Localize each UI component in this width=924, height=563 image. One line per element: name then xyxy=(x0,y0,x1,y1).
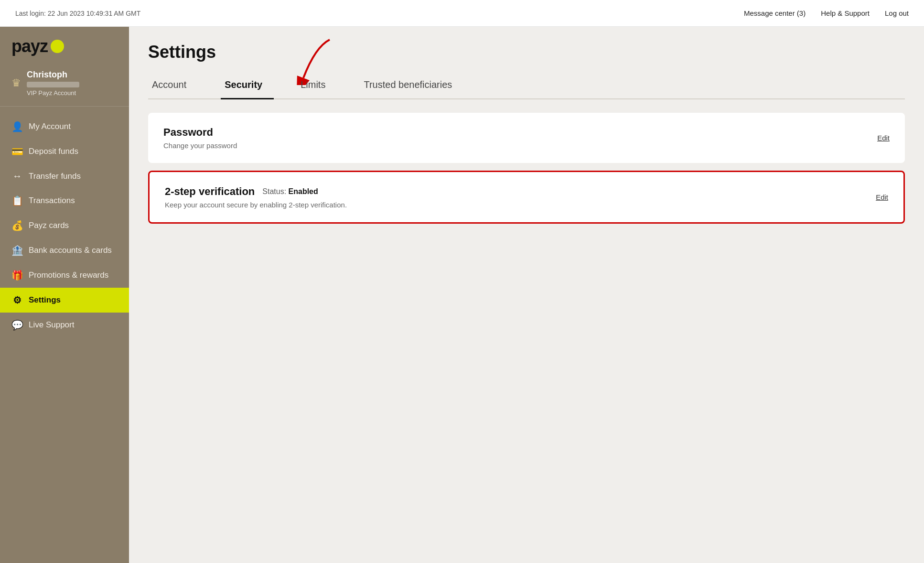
my-account-icon: 👤 xyxy=(11,121,23,132)
nav-menu: 👤My Account💳Deposit funds↔Transfer funds… xyxy=(0,107,129,563)
sidebar-item-label-promotions-rewards: Promotions & rewards xyxy=(29,271,108,280)
tab-trusted-beneficiaries[interactable]: Trusted beneficiaries xyxy=(360,76,463,99)
sidebar-item-transactions[interactable]: 📋Transactions xyxy=(0,188,129,213)
sidebar-item-label-bank-accounts-cards: Bank accounts & cards xyxy=(29,246,112,255)
card-desc-password: Change your password xyxy=(163,141,237,150)
message-center-link[interactable]: Message center (3) xyxy=(744,9,806,17)
settings-card-two-step-verification: 2-step verificationStatus: EnabledKeep y… xyxy=(148,171,905,224)
sidebar-item-payz-cards[interactable]: 💰Payz cards xyxy=(0,213,129,238)
sidebar-item-label-transfer-funds: Transfer funds xyxy=(29,172,81,181)
sidebar-item-label-live-support: Live Support xyxy=(29,320,74,330)
main-layout: payz ♛ Christoph VIP Payz Account 👤My Ac… xyxy=(0,27,924,563)
logo-dot xyxy=(51,40,64,53)
edit-link-password[interactable]: Edit xyxy=(877,134,890,142)
sidebar: payz ♛ Christoph VIP Payz Account 👤My Ac… xyxy=(0,27,129,563)
sidebar-item-label-deposit-funds: Deposit funds xyxy=(29,147,78,156)
sidebar-item-promotions-rewards[interactable]: 🎁Promotions & rewards xyxy=(0,263,129,288)
user-info: Christoph VIP Payz Account xyxy=(27,70,79,97)
settings-icon: ⚙ xyxy=(11,294,23,306)
tabs: AccountSecurityLimitsTrusted beneficiari… xyxy=(148,76,905,99)
tab-limits[interactable]: Limits xyxy=(297,76,337,99)
card-status-two-step-verification: Status: Enabled xyxy=(262,187,318,196)
sidebar-item-label-my-account: My Account xyxy=(29,122,71,131)
sidebar-item-label-payz-cards: Payz cards xyxy=(29,221,69,230)
crown-icon: ♛ xyxy=(11,77,21,89)
transfer-funds-icon: ↔ xyxy=(11,171,23,182)
top-bar: Last login: 22 Jun 2023 10:49:31 AM GMT … xyxy=(0,0,924,27)
card-title-password: Password xyxy=(163,126,213,139)
deposit-funds-icon: 💳 xyxy=(11,146,23,157)
sidebar-item-label-settings: Settings xyxy=(29,295,61,305)
edit-link-two-step-verification[interactable]: Edit xyxy=(876,193,888,201)
sidebar-item-settings[interactable]: ⚙Settings xyxy=(0,288,129,313)
help-support-link[interactable]: Help & Support xyxy=(821,9,870,17)
sidebar-item-bank-accounts-cards[interactable]: 🏦Bank accounts & cards xyxy=(0,238,129,263)
logo-area: payz xyxy=(0,27,129,64)
settings-sections: PasswordChange your passwordEdit2-step v… xyxy=(148,113,905,224)
live-support-icon: 💬 xyxy=(11,319,23,331)
logo-text: payz xyxy=(11,36,48,56)
card-info-two-step-verification: 2-step verificationStatus: EnabledKeep y… xyxy=(165,185,347,209)
main-content: Settings AccountSecurityLimitsTrusted be… xyxy=(129,27,924,563)
card-title-row-password: Password xyxy=(163,126,237,139)
page-title: Settings xyxy=(148,42,905,62)
settings-card-password: PasswordChange your passwordEdit xyxy=(148,113,905,163)
tab-security[interactable]: Security xyxy=(221,76,274,99)
user-area: ♛ Christoph VIP Payz Account xyxy=(0,64,129,107)
transactions-icon: 📋 xyxy=(11,195,23,206)
sidebar-item-my-account[interactable]: 👤My Account xyxy=(0,114,129,139)
card-desc-two-step-verification: Keep your account secure by enabling 2-s… xyxy=(165,201,347,209)
user-id xyxy=(27,82,79,87)
user-name: Christoph xyxy=(27,70,79,80)
user-account-type: VIP Payz Account xyxy=(27,89,79,97)
bank-accounts-cards-icon: 🏦 xyxy=(11,245,23,256)
sidebar-item-transfer-funds[interactable]: ↔Transfer funds xyxy=(0,164,129,188)
card-title-two-step-verification: 2-step verification xyxy=(165,185,255,198)
top-bar-links: Message center (3) Help & Support Log ou… xyxy=(744,9,909,17)
sidebar-item-live-support[interactable]: 💬Live Support xyxy=(0,313,129,337)
payz-cards-icon: 💰 xyxy=(11,220,23,231)
last-login-text: Last login: 22 Jun 2023 10:49:31 AM GMT xyxy=(15,10,140,17)
log-out-link[interactable]: Log out xyxy=(885,9,909,17)
sidebar-item-deposit-funds[interactable]: 💳Deposit funds xyxy=(0,139,129,164)
promotions-rewards-icon: 🎁 xyxy=(11,270,23,281)
sidebar-item-label-transactions: Transactions xyxy=(29,196,75,206)
tab-account[interactable]: Account xyxy=(148,76,198,99)
card-title-row-two-step-verification: 2-step verificationStatus: Enabled xyxy=(165,185,347,198)
tabs-wrapper: AccountSecurityLimitsTrusted beneficiari… xyxy=(148,76,905,99)
card-info-password: PasswordChange your password xyxy=(163,126,237,150)
